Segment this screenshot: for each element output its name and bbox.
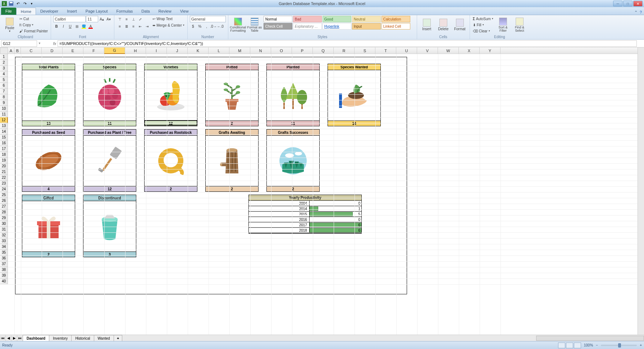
align-right-button[interactable]: ≡ xyxy=(130,23,137,30)
conditional-formatting-button[interactable]: Conditional Formatting xyxy=(230,16,246,34)
row-header[interactable]: 39 xyxy=(0,273,8,278)
row-header[interactable]: 17 xyxy=(0,146,8,152)
maximize-button[interactable]: □ xyxy=(623,1,632,6)
row-header[interactable]: 34 xyxy=(0,244,8,250)
save-icon[interactable] xyxy=(8,1,14,6)
col-header[interactable]: N xyxy=(250,47,271,54)
sheet-tab[interactable]: Historical xyxy=(71,335,94,341)
col-header[interactable]: J xyxy=(167,47,188,54)
percent-button[interactable]: % xyxy=(197,23,203,30)
sheet-nav-last[interactable]: ⏭ xyxy=(17,335,23,341)
paste-button[interactable]: Paste▼ xyxy=(2,16,17,34)
sheet-nav-next[interactable]: ▶ xyxy=(12,335,17,341)
style-cell[interactable]: Input xyxy=(352,23,381,30)
row-header[interactable]: 37 xyxy=(0,261,8,267)
row-header[interactable]: 1 xyxy=(0,54,8,60)
insert-cells-button[interactable]: Insert xyxy=(419,16,434,34)
row-header[interactable]: 38 xyxy=(0,267,8,273)
row-header[interactable]: 31 xyxy=(0,227,8,232)
zoom-in-button[interactable]: + xyxy=(640,343,642,347)
style-cell[interactable]: Bad xyxy=(293,16,322,22)
sort-filter-button[interactable]: Sort & Filter xyxy=(495,16,511,34)
col-header[interactable]: B xyxy=(14,47,21,54)
sheet-tab[interactable]: Dashboard xyxy=(23,335,49,341)
align-center-button[interactable]: ≣ xyxy=(123,23,130,30)
row-header[interactable]: 5 xyxy=(0,77,8,83)
align-middle-button[interactable]: ≡ xyxy=(123,16,130,22)
col-header[interactable]: E xyxy=(63,47,83,54)
row-header[interactable]: 11 xyxy=(0,112,8,117)
col-header[interactable]: W xyxy=(438,47,459,54)
file-tab[interactable]: File xyxy=(1,8,16,15)
spreadsheet-grid[interactable]: ABCDEFGHIJKLMNOPQRSTUVWXY 12345678910111… xyxy=(0,47,638,335)
clear-button[interactable]: ⌫Clear▾ xyxy=(472,28,494,34)
cut-button[interactable]: ✂Cut xyxy=(19,16,49,22)
style-cell[interactable]: Explanatory ... xyxy=(293,23,322,30)
increase-indent-button[interactable]: ⇥ xyxy=(144,23,150,30)
row-header[interactable]: 23 xyxy=(0,181,8,186)
row-header[interactable]: 36 xyxy=(0,255,8,261)
col-header[interactable]: Q xyxy=(313,47,334,54)
style-cell[interactable]: Linked Cell xyxy=(382,23,410,30)
row-header[interactable]: 19 xyxy=(0,158,8,163)
vertical-scrollbar[interactable] xyxy=(638,47,644,335)
col-header[interactable]: T xyxy=(375,47,396,54)
tab-review[interactable]: Review xyxy=(154,8,176,15)
qat-dropdown-icon[interactable]: ▼ xyxy=(29,1,35,6)
align-bottom-button[interactable]: ⊥ xyxy=(130,16,137,22)
col-header[interactable]: O xyxy=(271,47,292,54)
row-header[interactable]: 10 xyxy=(0,106,8,112)
tab-data[interactable]: Data xyxy=(137,8,154,15)
undo-icon[interactable]: ↶ xyxy=(15,1,21,6)
delete-cells-button[interactable]: Delete xyxy=(436,16,451,34)
underline-button[interactable]: U xyxy=(67,23,73,30)
border-button[interactable]: ⊞ xyxy=(74,23,80,30)
row-header[interactable]: 28 xyxy=(0,209,8,215)
accounting-button[interactable]: $ xyxy=(190,23,196,30)
merge-center-button[interactable]: ⬌Merge & Center▾ xyxy=(152,22,185,28)
close-button[interactable]: ✕ xyxy=(633,1,643,6)
number-format-combo[interactable]: General xyxy=(190,16,226,22)
row-header[interactable]: 8 xyxy=(0,94,8,100)
row-header[interactable]: 6 xyxy=(0,83,8,89)
row-header[interactable]: 26 xyxy=(0,198,8,204)
style-cell[interactable]: Check Cell xyxy=(264,23,292,30)
row-header[interactable]: 33 xyxy=(0,238,8,244)
row-header[interactable]: 22 xyxy=(0,175,8,181)
tab-view[interactable]: View xyxy=(176,8,193,15)
style-cell[interactable]: Good xyxy=(323,16,351,22)
col-header[interactable]: V xyxy=(417,47,438,54)
col-header[interactable]: R xyxy=(334,47,355,54)
font-name-combo[interactable]: Calibri xyxy=(53,16,86,22)
row-header[interactable]: 15 xyxy=(0,135,8,140)
col-header[interactable]: M xyxy=(229,47,250,54)
col-header[interactable]: L xyxy=(209,47,229,54)
cell-styles-gallery[interactable]: NormalBadGoodNeutralCalculationCheck Cel… xyxy=(264,16,415,30)
tab-developer[interactable]: Developer xyxy=(36,8,63,15)
col-header[interactable]: I xyxy=(146,47,167,54)
redo-icon[interactable]: ↷ xyxy=(22,1,28,6)
row-header[interactable]: 3 xyxy=(0,65,8,71)
col-header[interactable]: H xyxy=(125,47,146,54)
help-icon[interactable]: ? xyxy=(640,10,642,15)
row-header[interactable]: 27 xyxy=(0,204,8,209)
tab-page-layout[interactable]: Page Layout xyxy=(81,8,112,15)
row-header[interactable]: 4 xyxy=(0,71,8,77)
decrease-indent-button[interactable]: ⇤ xyxy=(137,23,143,30)
col-header[interactable]: C xyxy=(21,47,42,54)
style-cell[interactable]: Normal xyxy=(264,16,292,22)
minimize-ribbon-icon[interactable]: ⌃ xyxy=(634,10,638,15)
style-cell[interactable]: Calculation xyxy=(382,16,410,22)
row-header[interactable]: 2 xyxy=(0,60,8,65)
minimize-button[interactable]: ─ xyxy=(613,1,622,6)
bold-button[interactable]: B xyxy=(53,23,60,30)
col-header[interactable]: X xyxy=(459,47,480,54)
tab-insert[interactable]: Insert xyxy=(63,8,81,15)
row-header[interactable]: 35 xyxy=(0,250,8,255)
style-cell[interactable]: Neutral xyxy=(352,16,381,22)
row-header[interactable]: 21 xyxy=(0,169,8,175)
font-size-combo[interactable]: 11 xyxy=(86,16,98,22)
col-header[interactable]: F xyxy=(83,47,104,54)
row-header[interactable]: 7 xyxy=(0,89,8,94)
fx-icon[interactable]: fx xyxy=(52,41,58,46)
